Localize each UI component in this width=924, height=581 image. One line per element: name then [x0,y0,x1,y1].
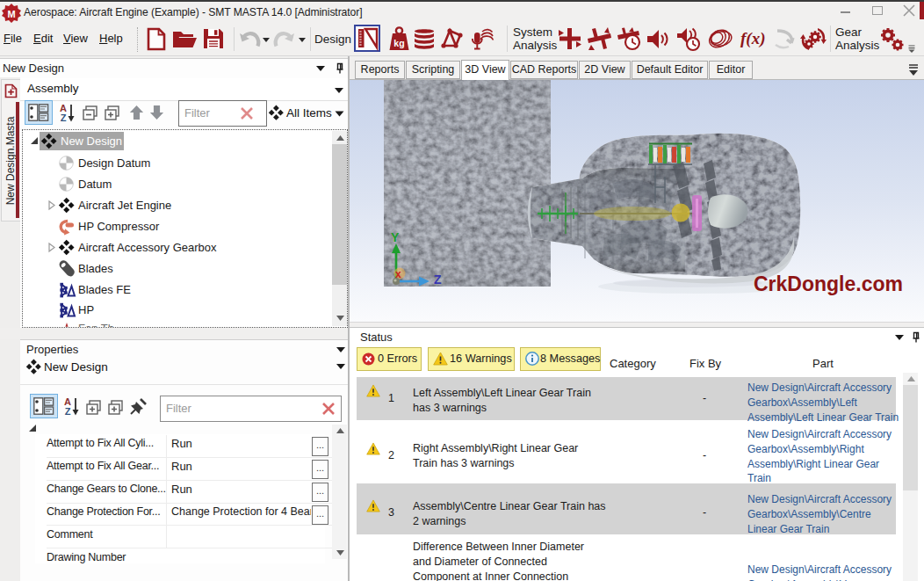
svg-text:kg: kg [393,38,404,48]
svg-text:Z: Z [434,272,442,287]
svg-text:Z: Z [65,406,71,417]
svg-text:M: M [7,9,15,19]
svg-text:x: x [395,268,401,280]
svg-text:Z: Z [61,113,67,123]
svg-text:Y: Y [391,230,400,244]
